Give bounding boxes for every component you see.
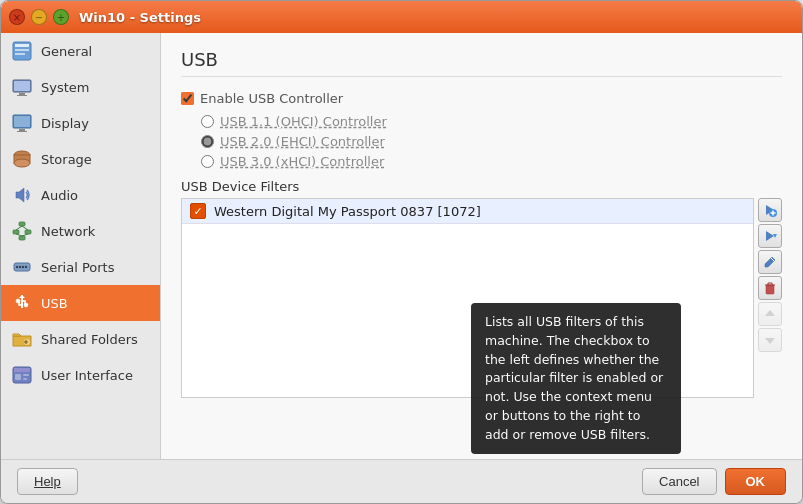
svg-rect-34 xyxy=(15,374,21,380)
add-filter-button[interactable] xyxy=(758,198,782,222)
remove-filter-button[interactable] xyxy=(758,276,782,300)
maximize-button[interactable]: + xyxy=(53,9,69,25)
usb20-label: USB 2.0 (EHCI) Controller xyxy=(220,134,385,149)
content-area: USB Enable USB Controller USB 1.1 (OHCI)… xyxy=(161,33,802,459)
sidebar-label-network: Network xyxy=(41,224,95,239)
svg-rect-5 xyxy=(14,81,30,91)
svg-line-20 xyxy=(16,226,22,230)
svg-rect-36 xyxy=(23,378,27,380)
svg-rect-35 xyxy=(23,374,29,376)
close-button[interactable]: × xyxy=(9,9,25,25)
dialog-buttons: Cancel OK xyxy=(642,468,786,495)
sidebar-item-usb[interactable]: USB xyxy=(1,285,160,321)
svg-point-14 xyxy=(14,159,30,167)
svg-line-23 xyxy=(22,234,28,236)
minimize-button[interactable]: − xyxy=(31,9,47,25)
sidebar-item-user-interface[interactable]: User Interface xyxy=(1,357,160,393)
sidebar-item-general[interactable]: General xyxy=(1,33,160,69)
sidebar: General System xyxy=(1,33,161,459)
enable-usb-checkbox[interactable] xyxy=(181,92,194,105)
svg-rect-33 xyxy=(14,368,30,372)
svg-rect-17 xyxy=(13,230,19,234)
svg-marker-40 xyxy=(765,338,775,344)
sidebar-label-display: Display xyxy=(41,116,89,131)
usb30-radio[interactable] xyxy=(201,155,214,168)
filter-item-label: Western Digital My Passport 0837 [1072] xyxy=(214,204,481,219)
sidebar-item-shared-folders[interactable]: Shared Folders xyxy=(1,321,160,357)
usb30-row: USB 3.0 (xHCI) Controller xyxy=(201,154,782,169)
display-icon xyxy=(11,112,33,134)
main-layout: General System xyxy=(1,33,802,459)
svg-rect-38 xyxy=(766,285,774,294)
svg-point-26 xyxy=(19,266,21,268)
sidebar-label-general: General xyxy=(41,44,92,59)
sidebar-label-serial-ports: Serial Ports xyxy=(41,260,114,275)
svg-rect-9 xyxy=(14,116,30,127)
usb-options-group: USB 1.1 (OHCI) Controller USB 2.0 (EHCI)… xyxy=(201,114,782,169)
usb-filter-item[interactable]: Western Digital My Passport 0837 [1072] xyxy=(182,199,753,224)
storage-icon xyxy=(11,148,33,170)
bottom-bar: Help Cancel OK xyxy=(1,459,802,503)
svg-point-28 xyxy=(25,266,27,268)
svg-point-27 xyxy=(22,266,24,268)
system-icon xyxy=(11,76,33,98)
usb11-label: USB 1.1 (OHCI) Controller xyxy=(220,114,387,129)
svg-rect-7 xyxy=(17,95,27,96)
svg-rect-6 xyxy=(19,93,25,95)
sidebar-item-storage[interactable]: Storage xyxy=(1,141,160,177)
edit-filter-button[interactable] xyxy=(758,250,782,274)
sidebar-label-user-interface: User Interface xyxy=(41,368,133,383)
add-from-device-button[interactable] xyxy=(758,224,782,248)
usb-tooltip: Lists all USB filters of this machine. T… xyxy=(471,303,681,454)
sidebar-item-network[interactable]: Network xyxy=(1,213,160,249)
sidebar-label-storage: Storage xyxy=(41,152,92,167)
ok-button[interactable]: OK xyxy=(725,468,787,495)
move-up-button[interactable] xyxy=(758,302,782,326)
usb-icon xyxy=(11,292,33,314)
svg-rect-18 xyxy=(25,230,31,234)
usb11-radio[interactable] xyxy=(201,115,214,128)
usb20-row: USB 2.0 (EHCI) Controller xyxy=(201,134,782,149)
filters-label: USB Device Filters xyxy=(181,179,782,194)
move-down-button[interactable] xyxy=(758,328,782,352)
audio-icon xyxy=(11,184,33,206)
ui-icon xyxy=(11,364,33,386)
sidebar-label-audio: Audio xyxy=(41,188,78,203)
svg-rect-2 xyxy=(15,49,29,51)
window-title: Win10 - Settings xyxy=(79,10,201,25)
svg-rect-1 xyxy=(15,44,29,47)
usb11-row: USB 1.1 (OHCI) Controller xyxy=(201,114,782,129)
svg-marker-39 xyxy=(765,310,775,316)
main-window: × − + Win10 - Settings Gener xyxy=(0,0,803,504)
help-button[interactable]: Help xyxy=(17,468,78,495)
svg-line-21 xyxy=(22,226,28,230)
enable-usb-row: Enable USB Controller xyxy=(181,91,782,106)
general-icon xyxy=(11,40,33,62)
network-icon xyxy=(11,220,33,242)
sidebar-item-serial-ports[interactable]: Serial Ports xyxy=(1,249,160,285)
serial-icon xyxy=(11,256,33,278)
filter-checkbox-checked xyxy=(190,203,206,219)
sidebar-item-display[interactable]: Display xyxy=(1,105,160,141)
folder-icon xyxy=(11,328,33,350)
svg-point-25 xyxy=(16,266,18,268)
svg-rect-10 xyxy=(19,129,25,131)
sidebar-label-shared-folders: Shared Folders xyxy=(41,332,138,347)
page-title: USB xyxy=(181,49,782,77)
svg-rect-11 xyxy=(17,131,27,132)
sidebar-label-usb: USB xyxy=(41,296,68,311)
cancel-button[interactable]: Cancel xyxy=(642,468,716,495)
svg-rect-3 xyxy=(15,53,25,55)
sidebar-item-audio[interactable]: Audio xyxy=(1,177,160,213)
sidebar-item-system[interactable]: System xyxy=(1,69,160,105)
sidebar-label-system: System xyxy=(41,80,89,95)
svg-line-22 xyxy=(16,234,22,236)
usb20-radio[interactable] xyxy=(201,135,214,148)
svg-marker-15 xyxy=(16,188,24,202)
svg-rect-19 xyxy=(19,236,25,240)
usb-side-buttons xyxy=(758,198,782,398)
titlebar: × − + Win10 - Settings xyxy=(1,1,802,33)
usb30-label: USB 3.0 (xHCI) Controller xyxy=(220,154,384,169)
enable-usb-label: Enable USB Controller xyxy=(200,91,343,106)
svg-rect-16 xyxy=(19,222,25,226)
